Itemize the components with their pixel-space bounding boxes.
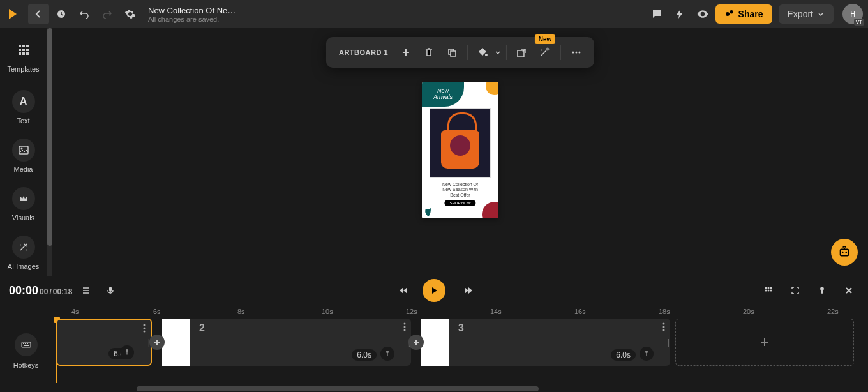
timeline-h-scrollbar[interactable]	[56, 386, 860, 392]
effects-button[interactable]: New	[535, 42, 555, 63]
preview-icon[interactable]	[692, 4, 713, 24]
share-button[interactable]: Share	[715, 4, 772, 24]
resize-icon[interactable]	[512, 42, 532, 63]
svg-point-23	[842, 252, 844, 253]
hotkeys-label: Hotkeys	[13, 361, 39, 369]
settings-icon[interactable]	[120, 4, 140, 24]
scene-pin-icon[interactable]	[120, 345, 134, 359]
export-button[interactable]: Export	[779, 4, 834, 24]
ruler-tick: 10s	[322, 308, 333, 315]
scene-clip[interactable]: 6.0s ||	[56, 319, 152, 366]
redo-button[interactable]	[97, 4, 117, 24]
ruler-tick: 20s	[743, 308, 754, 315]
close-icon[interactable]	[839, 280, 859, 301]
preview-cta: SHOP NOW	[444, 200, 475, 206]
sidebar-item-hotkeys[interactable]: Hotkeys	[0, 319, 52, 383]
add-scene-slot[interactable]	[675, 319, 854, 366]
project-title[interactable]: New Collection Of Ne…	[148, 6, 644, 15]
scene-clip[interactable]: 3 6.0s ||	[421, 319, 670, 366]
list-icon[interactable]	[76, 280, 96, 301]
scene-menu-icon[interactable]	[143, 324, 146, 333]
svg-point-20	[576, 52, 578, 54]
add-button[interactable]	[396, 42, 416, 63]
keyboard-icon	[15, 333, 38, 356]
add-between-button[interactable]	[408, 335, 424, 350]
more-icon[interactable]	[566, 42, 587, 63]
playback-controls	[389, 279, 479, 302]
avatar-badge: VT	[854, 19, 864, 26]
svg-point-1	[726, 12, 730, 16]
delete-button[interactable]	[419, 42, 439, 63]
fit-icon[interactable]	[785, 280, 805, 301]
fill-dropdown[interactable]	[473, 42, 501, 63]
rewind-button[interactable]	[393, 280, 414, 301]
crown-icon	[12, 187, 35, 210]
pin-icon[interactable]	[812, 280, 832, 301]
decoration-circle-yellow	[486, 82, 498, 95]
svg-rect-9	[19, 52, 21, 55]
decoration-circle-red	[482, 202, 498, 218]
back-button[interactable]	[28, 4, 49, 24]
top-bar: New Collection Of Ne… All changes are sa…	[0, 0, 868, 28]
save-status: All changes are saved.	[148, 15, 644, 23]
add-between-button[interactable]	[149, 335, 165, 350]
share-label: Share	[738, 9, 763, 19]
copy-button[interactable]	[442, 42, 462, 63]
undo-button[interactable]	[74, 4, 94, 24]
preview-heading-bg: NewArrivals	[422, 82, 464, 107]
svg-rect-34	[25, 343, 26, 344]
avatar-initial: H	[850, 11, 855, 18]
sidebar-item-media[interactable]: Media	[0, 133, 47, 182]
timeline-tracks: Hotkeys 6.0s || 2 6.0s || 3 6.0s ||	[0, 319, 868, 383]
canvas-area[interactable]: ARTBOARD 1 New	[52, 28, 868, 276]
svg-rect-11	[26, 52, 29, 55]
timeline-panel: 00:00 00 / 00:18	[0, 276, 868, 392]
microphone-icon[interactable]	[100, 280, 121, 301]
svg-point-39	[144, 331, 146, 333]
scene-number: 3	[458, 322, 464, 334]
ruler-tick: 16s	[574, 308, 586, 315]
ruler-tick: 14s	[490, 308, 502, 315]
sidebar-scrollbar[interactable]	[47, 28, 52, 276]
comments-icon[interactable]	[647, 4, 667, 24]
forward-button[interactable]	[458, 280, 479, 301]
user-avatar[interactable]: H VT	[842, 4, 863, 24]
history-icon[interactable]	[51, 4, 71, 24]
svg-rect-36	[24, 345, 29, 346]
image-icon	[12, 139, 35, 162]
svg-point-31	[770, 290, 772, 292]
svg-point-24	[845, 252, 847, 253]
scene-pin-icon[interactable]	[640, 347, 654, 361]
lightning-icon[interactable]	[670, 4, 690, 24]
scene-thumbnail	[162, 319, 190, 366]
sidebar-item-visuals[interactable]: Visuals	[0, 182, 47, 230]
sidebar-item-label: Media	[14, 165, 33, 173]
svg-rect-5	[26, 45, 29, 47]
svg-point-21	[579, 52, 581, 54]
play-button[interactable]	[423, 279, 445, 302]
ruler-tick: 12s	[406, 308, 417, 315]
scene-pin-icon[interactable]	[380, 347, 394, 361]
decoration-leaf	[423, 207, 433, 217]
scene-menu-icon[interactable]	[403, 322, 406, 331]
sidebar-item-text[interactable]: A Text	[0, 85, 47, 133]
sidebar-item-templates[interactable]: Templates	[0, 33, 47, 82]
ruler-tick: 8s	[237, 308, 245, 315]
scene-clip[interactable]: 2 6.0s ||	[162, 319, 411, 366]
ruler-tick: 4s	[71, 308, 79, 315]
preview-description: New Collection Of New Season With Best O…	[422, 182, 498, 198]
artboard-preview[interactable]: NewArrivals New Collection Of New Season…	[422, 82, 498, 218]
scene-menu-icon[interactable]	[662, 322, 665, 331]
sidebar-item-label: Visuals	[12, 214, 34, 222]
svg-point-19	[572, 52, 574, 54]
ruler-tick: 6s	[153, 308, 161, 315]
app-logo[interactable]	[5, 6, 20, 22]
svg-rect-25	[109, 287, 112, 292]
timeline-ruler[interactable]: 4s6s8s10s12s14s16s18s20s22s	[0, 305, 868, 319]
text-icon: A	[12, 90, 35, 113]
svg-rect-22	[841, 249, 849, 255]
ai-assistant-button[interactable]	[831, 239, 858, 266]
ruler-tick: 18s	[659, 308, 670, 315]
svg-point-37	[144, 324, 146, 326]
grid-view-icon[interactable]	[758, 280, 779, 301]
